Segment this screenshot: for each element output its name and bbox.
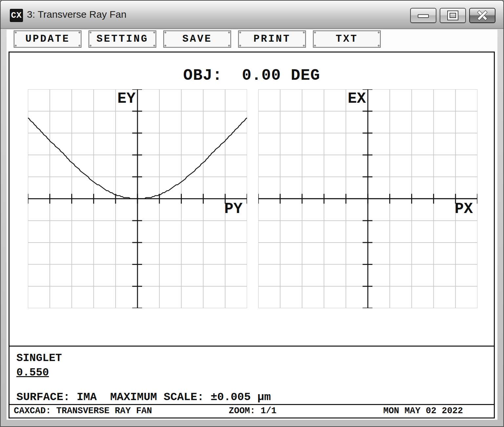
minimize-icon — [418, 14, 429, 18]
ey-py-subplot: EY PY — [28, 89, 247, 308]
setting-button[interactable]: SETTING — [89, 31, 156, 48]
close-button[interactable] — [469, 8, 495, 23]
restore-button[interactable] — [440, 8, 466, 23]
content-frame: OBJ: 0.00 DEG EY PY EX PX SINGLET 0.550 … — [9, 52, 495, 418]
txt-button[interactable]: TXT — [313, 31, 381, 48]
window-controls — [410, 8, 495, 23]
ey-axis-label: EY — [117, 91, 136, 107]
py-axis-label: PY — [224, 201, 242, 217]
ex-axis-label: EX — [348, 91, 366, 107]
window-title: 3: Transverse Ray Fan — [27, 1, 126, 28]
px-axis-label: PX — [455, 201, 473, 217]
restore-icon — [448, 11, 458, 20]
update-button[interactable]: UPDATE — [14, 31, 81, 48]
ey-py-plot-canvas — [28, 89, 247, 308]
ex-px-plot-canvas — [258, 89, 477, 308]
field-title: OBJ: 0.00 DEG — [10, 67, 494, 84]
lens-title: SINGLET — [16, 352, 494, 365]
client-area: UPDATE SETTING SAVE PRINT TXT OBJ: 0.00 … — [7, 30, 497, 420]
status-zoom-level: ZOOM: 1/1 — [229, 405, 277, 417]
lens-info-area: SINGLET 0.550 SURFACE: IMA MAXIMUM SCALE… — [10, 347, 494, 405]
app-icon: CX — [10, 9, 23, 22]
save-button[interactable]: SAVE — [163, 31, 231, 48]
status-app-label: CAXCAD: TRANSVERSE RAY FAN — [14, 405, 152, 417]
print-button[interactable]: PRINT — [238, 31, 306, 48]
graph-area: OBJ: 0.00 DEG EY PY EX PX — [10, 53, 494, 347]
toolbar: UPDATE SETTING SAVE PRINT TXT — [14, 31, 381, 51]
wavelength-value[interactable]: 0.550 — [16, 366, 494, 379]
surface-scale-line: SURFACE: IMA MAXIMUM SCALE: ±0.005 μm — [16, 391, 494, 404]
title-bar[interactable]: CX 3: Transverse Ray Fan — [1, 1, 503, 29]
app-window: CX 3: Transverse Ray Fan UPDATE SETTING … — [0, 0, 504, 427]
minimize-button[interactable] — [410, 8, 436, 23]
status-bar: CAXCAD: TRANSVERSE RAY FAN ZOOM: 1/1 MON… — [10, 405, 494, 417]
status-date: MON MAY 02 2022 — [383, 405, 463, 417]
ex-px-subplot: EX PX — [258, 89, 477, 308]
